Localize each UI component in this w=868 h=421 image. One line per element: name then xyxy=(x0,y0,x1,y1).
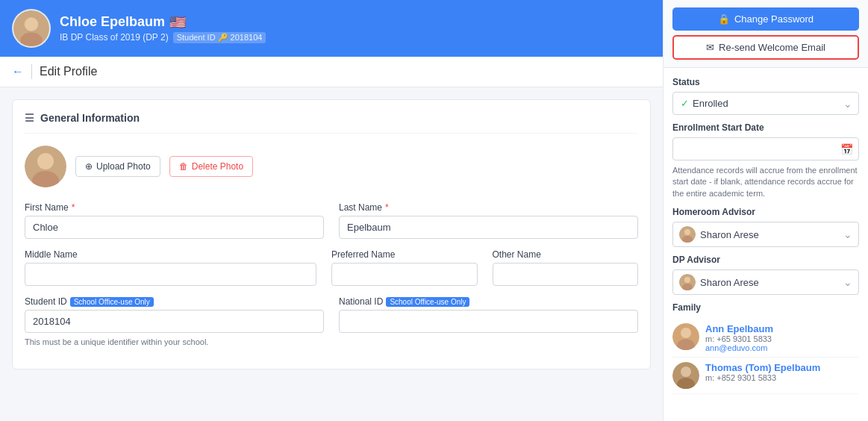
other-name-label: Other Name xyxy=(493,249,639,260)
student-id-badge: Student ID 🔑 2018104 xyxy=(173,32,266,43)
dp-advisor-wrapper: Sharon Arese ⌄ xyxy=(672,269,859,295)
main-content: ☰ General Information ⊕ Upload Pho xyxy=(0,87,663,421)
student-name: Chloe Epelbaum 🇺🇸 xyxy=(60,14,266,31)
family-member-phone: m: +65 9301 5833 xyxy=(705,334,773,343)
lock-icon: 🔒 xyxy=(718,13,730,25)
attendance-note: Attendance records will accrue from the … xyxy=(672,165,859,199)
last-name-label: Last Name * xyxy=(339,202,638,213)
preferred-name-label: Preferred Name xyxy=(331,249,478,260)
plus-icon: ⊕ xyxy=(85,161,93,172)
svg-point-7 xyxy=(684,229,690,235)
status-select[interactable]: ✓ Enrolled ⌄ xyxy=(672,92,859,115)
email-icon: ✉ xyxy=(706,42,714,53)
national-id-label: National ID School Office-use Only xyxy=(339,296,638,307)
profile-photo xyxy=(25,146,66,187)
homeroom-advisor-avatar xyxy=(679,226,696,243)
dp-advisor-avatar xyxy=(679,274,696,290)
section-title: General Information xyxy=(40,112,140,124)
upload-photo-button[interactable]: ⊕ Upload Photo xyxy=(75,156,160,177)
name-row-2: Middle Name Preferred Name Other Name xyxy=(25,249,638,286)
preferred-name-input[interactable] xyxy=(331,263,478,286)
sidebar-content: Status ✓ Enrolled ⌄ Enrollment Start Dat… xyxy=(664,68,868,421)
student-id-label: Student ID School Office-use Only xyxy=(25,296,324,307)
name-row: First Name * Last Name * xyxy=(25,202,638,239)
chevron-down-icon-dp: ⌄ xyxy=(843,276,852,288)
first-name-group: First Name * xyxy=(25,202,324,239)
resend-email-button[interactable]: ✉ Re-send Welcome Email xyxy=(672,35,859,60)
sidebar-actions: 🔒 Change Password ✉ Re-send Welcome Emai… xyxy=(664,0,868,68)
school-badge: School Office-use Only xyxy=(70,297,154,307)
page-title: Edit Profile xyxy=(40,65,97,78)
svg-point-1 xyxy=(25,17,38,31)
student-id-group: Student ID School Office-use Only This m… xyxy=(25,296,324,346)
general-info-section: ☰ General Information ⊕ Upload Pho xyxy=(12,99,651,369)
homeroom-advisor-title: Homeroom Advisor xyxy=(672,207,859,217)
required-marker-2: * xyxy=(385,202,389,213)
national-id-badge: School Office-use Only xyxy=(386,297,469,307)
chevron-down-icon: ⌄ xyxy=(843,98,852,110)
family-title: Family xyxy=(672,302,859,313)
family-section: Ann Epelbaum m: +65 9301 5833 ann@eduvo.… xyxy=(672,319,859,394)
list-item: Ann Epelbaum m: +65 9301 5833 ann@eduvo.… xyxy=(672,319,859,358)
national-id-input[interactable] xyxy=(339,310,638,333)
svg-point-13 xyxy=(681,328,691,338)
chevron-down-icon-homeroom: ⌄ xyxy=(843,228,852,240)
family-member-name-2[interactable]: Thomas (Tom) Epelbaum xyxy=(705,362,820,373)
calendar-icon: 📅 xyxy=(840,143,853,155)
student-id-help: This must be a unique identifier within … xyxy=(25,337,324,346)
status-title: Status xyxy=(672,77,859,87)
profile-header-info: Chloe Epelbaum 🇺🇸 IB DP Class of 2019 (D… xyxy=(60,14,266,43)
other-name-input[interactable] xyxy=(493,263,639,286)
svg-point-4 xyxy=(37,153,54,169)
first-name-input[interactable] xyxy=(25,216,324,239)
last-name-input[interactable] xyxy=(339,216,638,239)
student-sub-info: IB DP Class of 2019 (DP 2) Student ID 🔑 … xyxy=(60,32,266,43)
back-button[interactable]: ← xyxy=(12,65,24,78)
svg-point-16 xyxy=(681,367,691,377)
homeroom-advisor-wrapper: Sharon Arese ⌄ xyxy=(672,222,859,247)
middle-name-group: Middle Name xyxy=(25,249,316,286)
info-icon: ☰ xyxy=(25,112,34,124)
enrolled-check-icon: ✓ xyxy=(681,98,689,109)
student-id-input[interactable] xyxy=(25,310,324,333)
middle-name-input[interactable] xyxy=(25,263,316,286)
family-member-email[interactable]: ann@eduvo.com xyxy=(705,343,773,352)
family-member-phone-2: m: +852 9301 5833 xyxy=(705,373,820,382)
national-id-group: National ID School Office-use Only xyxy=(339,296,638,346)
divider xyxy=(31,64,32,79)
dp-advisor-title: DP Advisor xyxy=(672,255,859,265)
dp-advisor-select[interactable]: Sharon Arese ⌄ xyxy=(672,269,859,295)
avatar xyxy=(12,9,51,48)
family-info-1: Thomas (Tom) Epelbaum m: +852 9301 5833 xyxy=(705,362,820,382)
enrollment-date-input[interactable] xyxy=(672,137,859,160)
id-row: Student ID School Office-use Only This m… xyxy=(25,296,638,346)
photo-area: ⊕ Upload Photo 🗑 Delete Photo xyxy=(25,146,638,187)
required-marker: * xyxy=(72,202,75,213)
svg-point-10 xyxy=(684,277,690,283)
profile-header: Chloe Epelbaum 🇺🇸 IB DP Class of 2019 (D… xyxy=(0,0,663,57)
sidebar: 🔒 Change Password ✉ Re-send Welcome Emai… xyxy=(663,0,868,421)
delete-photo-button[interactable]: 🗑 Delete Photo xyxy=(169,156,253,177)
preferred-name-group: Preferred Name xyxy=(331,249,478,286)
family-member-name[interactable]: Ann Epelbaum xyxy=(705,323,773,334)
homeroom-advisor-select[interactable]: Sharon Arese ⌄ xyxy=(672,222,859,247)
status-select-wrapper: ✓ Enrolled ⌄ xyxy=(672,92,859,115)
family-info-0: Ann Epelbaum m: +65 9301 5833 ann@eduvo.… xyxy=(705,323,773,352)
trash-icon: 🗑 xyxy=(179,161,188,172)
change-password-button[interactable]: 🔒 Change Password xyxy=(672,7,859,31)
flag-icon: 🇺🇸 xyxy=(169,14,186,31)
middle-name-label: Middle Name xyxy=(25,249,316,260)
list-item: Thomas (Tom) Epelbaum m: +852 9301 5833 xyxy=(672,358,859,394)
family-avatar-1 xyxy=(672,362,699,389)
last-name-group: Last Name * xyxy=(339,202,638,239)
enrollment-start-title: Enrollment Start Date xyxy=(672,122,859,133)
edit-bar: ← Edit Profile xyxy=(0,57,663,87)
other-name-group: Other Name xyxy=(493,249,639,286)
section-header: ☰ General Information xyxy=(25,112,638,134)
first-name-label: First Name * xyxy=(25,202,324,213)
family-avatar-0 xyxy=(672,323,699,350)
enrollment-date-wrapper: 📅 xyxy=(672,137,859,160)
